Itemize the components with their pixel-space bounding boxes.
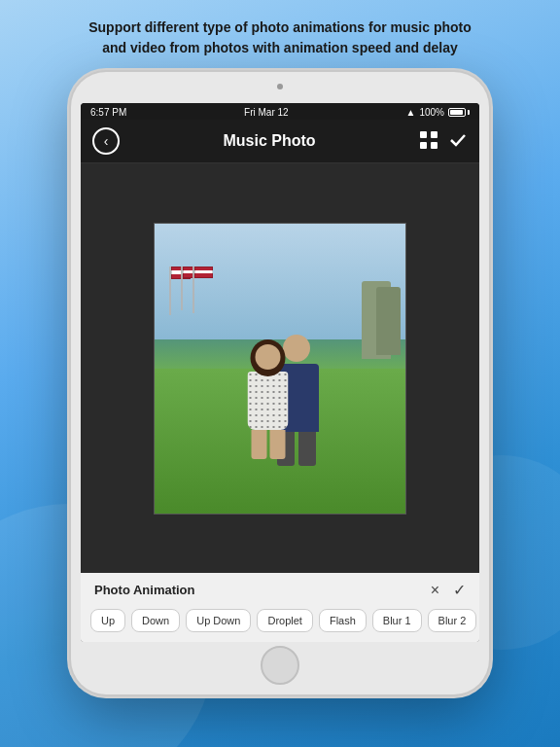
status-right: ▲ 100%	[406, 107, 470, 118]
panel-close-button[interactable]: ×	[431, 582, 439, 599]
panel-confirm-button[interactable]: ✓	[453, 581, 466, 599]
battery-percent: 100%	[419, 107, 444, 118]
flag2	[181, 267, 183, 310]
anim-button-updown[interactable]: Up Down	[186, 609, 251, 632]
nav-title: Music Photo	[223, 132, 315, 150]
anim-button-down[interactable]: Down	[131, 609, 180, 632]
female-figure	[244, 344, 293, 461]
svg-rect-2	[420, 142, 427, 149]
tablet-screen: 6:57 PM Fri Mar 12 ▲ 100% ‹ Music Photo	[81, 103, 479, 642]
photo-image	[155, 224, 405, 514]
animation-row: UpDownUp DownDropletFlashBlur 1Blur 2Ani…	[81, 605, 479, 642]
nav-right-actions	[419, 130, 468, 153]
top-caption: Support different type of photo animatio…	[59, 18, 501, 58]
svg-rect-1	[431, 131, 438, 138]
status-time: 6:57 PM	[90, 107, 126, 118]
svg-rect-0	[420, 131, 427, 138]
flags	[169, 267, 194, 315]
battery-body	[448, 108, 466, 117]
battery-fill	[450, 110, 463, 115]
anim-button-blur1[interactable]: Blur 1	[372, 609, 422, 632]
anim-button-blur2[interactable]: Blur 2	[428, 609, 477, 632]
tree2	[376, 287, 401, 355]
panel-title: Photo Animation	[94, 583, 195, 597]
battery-icon	[448, 108, 470, 117]
panel-header: Photo Animation × ✓	[81, 573, 479, 605]
anim-button-up[interactable]: Up	[90, 609, 125, 632]
anim-button-droplet[interactable]: Droplet	[257, 609, 312, 632]
wifi-icon: ▲	[406, 107, 416, 118]
status-bar: 6:57 PM Fri Mar 12 ▲ 100%	[81, 103, 479, 120]
nav-bar: ‹ Music Photo	[81, 120, 479, 163]
battery-tip	[468, 110, 470, 115]
grid-icon[interactable]	[419, 130, 438, 153]
flag3	[192, 267, 194, 313]
anim-button-flash[interactable]: Flash	[319, 609, 367, 632]
status-date: Fri Mar 12	[244, 107, 289, 118]
svg-rect-3	[431, 142, 438, 149]
flag1	[169, 267, 171, 315]
check-icon[interactable]	[448, 130, 468, 153]
photo-container	[154, 223, 406, 515]
bottom-panel: Photo Animation × ✓ UpDownUp DownDroplet…	[81, 573, 479, 642]
tablet-frame: 6:57 PM Fri Mar 12 ▲ 100% ‹ Music Photo	[71, 72, 489, 694]
back-button[interactable]: ‹	[92, 127, 120, 155]
main-content	[81, 163, 479, 573]
panel-actions: × ✓	[431, 581, 466, 599]
back-icon: ‹	[104, 133, 109, 149]
caption-text: Support different type of photo animatio…	[88, 18, 472, 58]
